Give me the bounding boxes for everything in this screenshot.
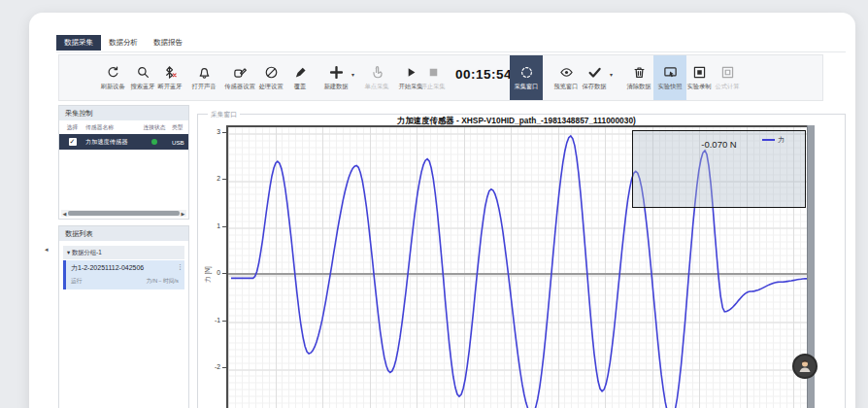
save-data-dropdown-caret-icon[interactable]: ▾ (610, 71, 613, 78)
refresh-icon (106, 65, 120, 80)
tab-bar: 数据采集数据分析数据报告 (56, 35, 846, 52)
sound-on-button[interactable]: 打开声音 (187, 55, 220, 100)
column-header: 传感器名称 (83, 123, 137, 132)
slash-circle-icon (264, 65, 279, 80)
toolbar: 00:15:54 刷新设备搜索蓝牙断开蓝牙打开声音传感器设置处理设置覆盖新建数据… (58, 54, 823, 101)
sensor-icon (233, 65, 248, 80)
legend-label: 力 (778, 135, 785, 145)
toolbar-item-label: 保存数据 (582, 83, 606, 91)
toolbar-item-label: 单点采集 (364, 83, 388, 91)
screen-formula-icon (720, 65, 735, 80)
scroll-left-arrow[interactable]: ◀ (61, 211, 68, 217)
refresh-device-button[interactable]: 刷新设备 (96, 55, 129, 100)
new-data-button[interactable]: 新建数据 (319, 55, 352, 100)
toolbar-item-label: 预览窗口 (553, 83, 578, 91)
hand-point-icon (370, 65, 384, 80)
data-list-title: 数据列表 (59, 226, 188, 241)
person-icon (797, 358, 813, 374)
tab-data-analysis[interactable]: 数据分析 (101, 35, 146, 51)
toolbar-item-label: 搜索蓝牙 (130, 83, 154, 91)
toolbar-item-label: 刷新设备 (100, 83, 124, 91)
clear-data-button[interactable]: 清除数据 (622, 55, 655, 100)
sensor-checkbox[interactable]: ✓ (69, 138, 77, 146)
sensor-row[interactable]: ✓力加速度传感器USB (59, 134, 188, 150)
collect-control-title: 采集控制 (59, 106, 188, 120)
sidebar-collapse-arrow-icon[interactable]: ◂ (45, 246, 49, 254)
plus-icon (329, 65, 344, 80)
marker-icon (293, 65, 308, 80)
y-tick-label: 1 (203, 222, 220, 229)
disconnect-bluetooth-button[interactable]: 断开蓝牙 (153, 55, 186, 100)
point-collect-button[interactable]: 单点采集 (360, 55, 393, 100)
toolbar-item-label: 实验快照 (657, 83, 682, 91)
sensor-table-hscrollbar[interactable]: ◀ ▶ (61, 210, 186, 217)
save-data-button[interactable]: 保存数据 (578, 55, 611, 100)
y-tick-label: -2 (203, 363, 220, 370)
toolbar-item-label: 采集窗口 (514, 83, 538, 91)
chart-groupbox: 采集窗口 力加速度传感器 - XHSP-V10HID_path_-1981348… (197, 114, 846, 408)
process-settings-button[interactable]: 处理设置 (254, 55, 287, 100)
annotation-value: -0.070 N (701, 139, 736, 150)
bluetooth-off-icon (163, 65, 178, 80)
assistant-avatar-button[interactable] (792, 354, 818, 379)
y-tick-label: 3 (203, 128, 220, 135)
toolbar-item-label: 公式计算 (715, 83, 739, 91)
plot-area[interactable]: -0.070 N 力 (226, 125, 807, 408)
scroll-right-arrow[interactable]: ▶ (180, 211, 186, 217)
screen-record-icon (692, 65, 707, 80)
toolbar-item-label: 清除数据 (626, 83, 651, 91)
dashed-circle-icon (519, 65, 534, 80)
y-tick-label: -1 (203, 317, 220, 323)
stop-icon (426, 65, 441, 80)
search-icon (136, 65, 150, 80)
eye-icon (559, 65, 574, 80)
check-icon (587, 65, 602, 80)
sensor-settings-button[interactable]: 传感器设置 (223, 55, 256, 100)
data-item-title: 力1-2-20251112-042506 (71, 263, 181, 273)
experiment-snapshot-button[interactable]: 实验快照 (653, 55, 686, 100)
sensor-type: USB (169, 139, 188, 146)
column-header: 类型 (169, 123, 188, 132)
data-group-label: 数据分组-1 (72, 249, 102, 255)
collect-window-button[interactable]: 采集窗口 (510, 55, 543, 100)
legend-line-icon (762, 139, 775, 141)
data-list-item[interactable]: 力1-2-20251112-042506 运行 力/N－时间/s ⋮ (63, 260, 184, 289)
toolbar-item-label: 新建数据 (323, 83, 348, 91)
connection-status-dot (151, 139, 157, 145)
app-window: 数据采集数据分析数据报告 00:15:54 刷新设备搜索蓝牙断开蓝牙打开声音传感… (29, 13, 855, 408)
bell-icon (197, 65, 212, 80)
screen-cursor-icon (663, 65, 678, 80)
toolbar-item-label: 传感器设置 (224, 83, 254, 91)
tab-data-report[interactable]: 数据报告 (146, 35, 190, 51)
stop-collect-button[interactable]: 停止采集 (417, 55, 450, 100)
data-group-row[interactable]: ▾ 数据分组-1 (63, 246, 184, 259)
collect-control-panel: 采集控制 选择传感器名称连接状态类型 ✓力加速度传感器USB ◀ ▶ (58, 105, 189, 220)
overwrite-button[interactable]: 覆盖 (284, 55, 317, 100)
collection-timer: 00:15:54 (455, 67, 516, 82)
sidebar: 采集控制 选择传感器名称连接状态类型 ✓力加速度传感器USB ◀ ▶ 数据列表 … (58, 105, 189, 408)
tab-data-collect[interactable]: 数据采集 (56, 35, 101, 51)
sensor-name: 力加速度传感器 (83, 138, 137, 147)
scroll-thumb[interactable] (68, 211, 180, 216)
toolbar-item-label: 断开蓝牙 (157, 83, 182, 91)
data-item-status: 运行 (71, 277, 83, 286)
toolbar-item-label: 覆盖 (294, 83, 307, 91)
formula-calc-button[interactable]: 公式计算 (711, 55, 744, 100)
toolbar-item-label: 处理设置 (258, 83, 283, 91)
y-tick-label: 2 (203, 175, 220, 182)
new-data-dropdown-caret-icon[interactable]: ▾ (351, 71, 354, 78)
chart-legend: 力 (762, 135, 785, 145)
data-list-panel: 数据列表 ▾ 数据分组-1 力1-2-20251112-042506 运行 力/… (58, 225, 189, 408)
y-tick-label: 0 (203, 269, 220, 276)
data-item-axes: 力/N－时间/s (147, 277, 180, 286)
toolbar-item-label: 打开声音 (191, 83, 216, 91)
column-header: 连接状态 (137, 123, 169, 132)
sensor-table-header: 选择传感器名称连接状态类型 (59, 120, 188, 134)
column-header: 选择 (59, 123, 83, 132)
toolbar-item-label: 停止采集 (420, 83, 445, 91)
toolbar-item-label: 实验录制 (686, 83, 711, 91)
trash-icon (632, 65, 647, 80)
item-menu-icon[interactable]: ⋮ (177, 263, 184, 271)
